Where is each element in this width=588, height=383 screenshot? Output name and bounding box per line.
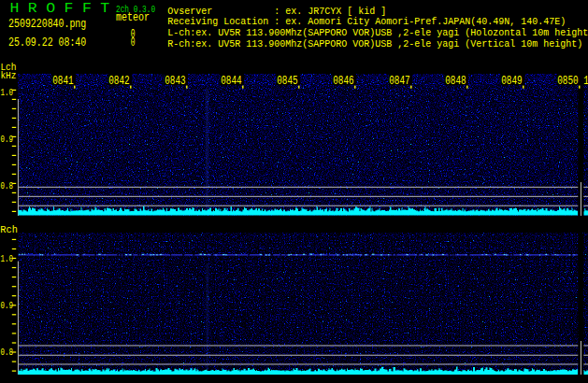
svg-text:0843: 0843	[165, 73, 186, 87]
svg-text:0.8: 0.8	[1, 348, 13, 358]
svg-text:0.8: 0.8	[1, 181, 13, 192]
svg-text:0848: 0848	[445, 73, 466, 87]
svg-text:R-ch:ex. UV5R 113.900Mhz(SAPPO: R-ch:ex. UV5R 113.900Mhz(SAPPORO VOR)USB…	[167, 39, 582, 50]
svg-text:Rch: Rch	[0, 223, 18, 234]
svg-text:kHz: kHz	[0, 70, 16, 81]
svg-text:L-ch:ex. UV5R 113.900Mhz(SAPPO: L-ch:ex. UV5R 113.900Mhz(SAPPORO VOR)USB…	[167, 28, 588, 38]
svg-text:0841: 0841	[52, 73, 74, 87]
svg-text:2509220840.png: 2509220840.png	[8, 18, 86, 30]
svg-text:0.9: 0.9	[1, 301, 13, 311]
svg-text:Receiving Location : ex. Aomor: Receiving Location : ex. Aomori City Aom…	[167, 17, 566, 27]
svg-text:0.9: 0.9	[1, 135, 13, 145]
svg-text:0: 0	[131, 36, 136, 50]
svg-text:Ovserver : ex. JR7CY: Ovserver : ex. JR7CYX [ kid ]	[167, 7, 386, 17]
svg-text:0850 10: 0850 10	[557, 73, 588, 87]
svg-text:0846: 0846	[333, 73, 354, 87]
svg-text:0847: 0847	[389, 73, 409, 87]
svg-text:0842: 0842	[108, 73, 130, 87]
svg-text:HROFFT: HROFFT	[10, 1, 119, 16]
svg-text:25.09.22 08:40: 25.09.22 08:40	[8, 36, 86, 49]
svg-text:0844: 0844	[221, 73, 242, 87]
svg-text:0849: 0849	[501, 73, 523, 87]
svg-text:meteor: meteor	[116, 10, 150, 25]
svg-text:0845: 0845	[277, 73, 298, 87]
svg-text:1.0: 1.0	[1, 254, 13, 264]
svg-text:1.0: 1.0	[1, 88, 13, 98]
